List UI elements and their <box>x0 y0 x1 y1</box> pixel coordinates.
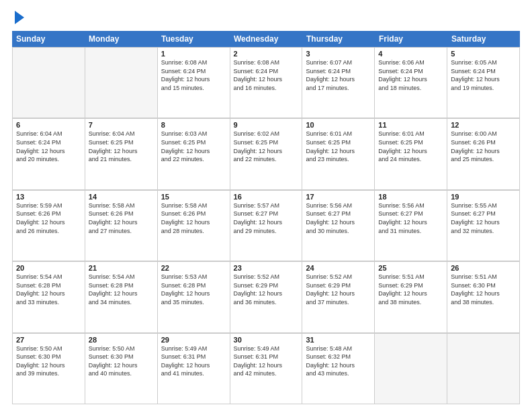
calendar-cell: 24Sunrise: 5:52 AM Sunset: 6:29 PM Dayli… <box>302 262 375 332</box>
day-info: Sunrise: 5:58 AM Sunset: 6:26 PM Dayligh… <box>161 201 226 235</box>
calendar-cell: 16Sunrise: 5:57 AM Sunset: 6:27 PM Dayli… <box>230 191 303 261</box>
day-number: 24 <box>306 264 371 272</box>
calendar-cell: 7Sunrise: 6:04 AM Sunset: 6:25 PM Daylig… <box>85 119 158 189</box>
calendar-cell: 8Sunrise: 6:03 AM Sunset: 6:25 PM Daylig… <box>158 119 230 189</box>
day-info: Sunrise: 5:59 AM Sunset: 6:26 PM Dayligh… <box>16 201 81 235</box>
calendar-cell <box>447 334 520 404</box>
calendar-cell: 31Sunrise: 5:48 AM Sunset: 6:32 PM Dayli… <box>302 334 375 404</box>
calendar-cell: 18Sunrise: 5:56 AM Sunset: 6:27 PM Dayli… <box>375 191 447 261</box>
day-number: 21 <box>89 264 154 272</box>
calendar-cell: 11Sunrise: 6:01 AM Sunset: 6:25 PM Dayli… <box>375 119 447 189</box>
calendar-cell: 22Sunrise: 5:53 AM Sunset: 6:28 PM Dayli… <box>158 262 230 332</box>
calendar: SundayMondayTuesdayWednesdayThursdayFrid… <box>12 31 520 404</box>
day-number: 15 <box>161 193 226 201</box>
day-info: Sunrise: 5:57 AM Sunset: 6:27 PM Dayligh… <box>234 201 299 235</box>
calendar-week: 1Sunrise: 6:08 AM Sunset: 6:24 PM Daylig… <box>12 47 520 118</box>
calendar-cell: 12Sunrise: 6:00 AM Sunset: 6:26 PM Dayli… <box>447 119 520 189</box>
day-info: Sunrise: 5:54 AM Sunset: 6:28 PM Dayligh… <box>89 273 154 306</box>
day-number: 19 <box>451 193 516 201</box>
day-number: 12 <box>451 121 516 129</box>
day-info: Sunrise: 5:52 AM Sunset: 6:29 PM Dayligh… <box>234 273 299 306</box>
calendar-cell: 28Sunrise: 5:50 AM Sunset: 6:30 PM Dayli… <box>85 334 158 404</box>
weekday-header: Wednesday <box>230 31 302 47</box>
day-info: Sunrise: 6:01 AM Sunset: 6:25 PM Dayligh… <box>306 130 371 163</box>
weekday-header: Thursday <box>302 31 375 47</box>
calendar-cell <box>85 48 158 118</box>
calendar-week: 6Sunrise: 6:04 AM Sunset: 6:24 PM Daylig… <box>12 118 520 189</box>
day-number: 7 <box>89 121 154 129</box>
calendar-cell: 20Sunrise: 5:54 AM Sunset: 6:28 PM Dayli… <box>13 262 85 332</box>
calendar-header: SundayMondayTuesdayWednesdayThursdayFrid… <box>12 31 520 47</box>
day-info: Sunrise: 5:56 AM Sunset: 6:27 PM Dayligh… <box>378 201 443 235</box>
calendar-cell: 27Sunrise: 5:50 AM Sunset: 6:30 PM Dayli… <box>13 334 85 404</box>
day-info: Sunrise: 5:52 AM Sunset: 6:29 PM Dayligh… <box>306 273 371 306</box>
day-info: Sunrise: 5:58 AM Sunset: 6:26 PM Dayligh… <box>89 201 154 235</box>
calendar-cell: 5Sunrise: 6:05 AM Sunset: 6:24 PM Daylig… <box>447 48 520 118</box>
calendar-cell: 9Sunrise: 6:02 AM Sunset: 6:25 PM Daylig… <box>230 119 303 189</box>
day-number: 18 <box>378 193 443 201</box>
day-info: Sunrise: 5:50 AM Sunset: 6:30 PM Dayligh… <box>89 345 154 378</box>
weekday-header: Friday <box>375 31 447 47</box>
day-info: Sunrise: 5:51 AM Sunset: 6:29 PM Dayligh… <box>378 273 443 306</box>
day-info: Sunrise: 6:08 AM Sunset: 6:24 PM Dayligh… <box>161 58 226 92</box>
weekday-header: Saturday <box>447 31 520 47</box>
day-info: Sunrise: 6:04 AM Sunset: 6:25 PM Dayligh… <box>89 130 154 163</box>
calendar-cell <box>13 48 85 118</box>
day-number: 20 <box>16 264 81 272</box>
day-info: Sunrise: 5:49 AM Sunset: 6:31 PM Dayligh… <box>234 345 299 378</box>
day-info: Sunrise: 5:55 AM Sunset: 6:27 PM Dayligh… <box>451 201 516 235</box>
day-number: 29 <box>161 336 226 344</box>
calendar-cell <box>375 334 447 404</box>
day-number: 28 <box>89 336 154 344</box>
day-info: Sunrise: 5:48 AM Sunset: 6:32 PM Dayligh… <box>306 345 371 378</box>
calendar-week: 20Sunrise: 5:54 AM Sunset: 6:28 PM Dayli… <box>12 261 520 332</box>
day-info: Sunrise: 6:02 AM Sunset: 6:25 PM Dayligh… <box>234 130 299 163</box>
calendar-week: 13Sunrise: 5:59 AM Sunset: 6:26 PM Dayli… <box>12 190 520 261</box>
calendar-cell: 6Sunrise: 6:04 AM Sunset: 6:24 PM Daylig… <box>13 119 85 189</box>
day-number: 23 <box>234 264 299 272</box>
day-info: Sunrise: 5:51 AM Sunset: 6:30 PM Dayligh… <box>451 273 516 306</box>
day-number: 17 <box>306 193 371 201</box>
logo-arrow-icon <box>15 11 24 24</box>
day-info: Sunrise: 6:04 AM Sunset: 6:24 PM Dayligh… <box>16 130 81 163</box>
day-number: 6 <box>16 121 81 129</box>
calendar-cell: 14Sunrise: 5:58 AM Sunset: 6:26 PM Dayli… <box>85 191 158 261</box>
day-info: Sunrise: 6:01 AM Sunset: 6:25 PM Dayligh… <box>378 130 443 163</box>
calendar-cell: 15Sunrise: 5:58 AM Sunset: 6:26 PM Dayli… <box>158 191 230 261</box>
calendar-cell: 29Sunrise: 5:49 AM Sunset: 6:31 PM Dayli… <box>158 334 230 404</box>
day-info: Sunrise: 6:08 AM Sunset: 6:24 PM Dayligh… <box>234 58 299 92</box>
day-number: 26 <box>451 264 516 272</box>
day-number: 4 <box>378 50 443 58</box>
calendar-cell: 4Sunrise: 6:06 AM Sunset: 6:24 PM Daylig… <box>375 48 447 118</box>
header <box>12 12 520 24</box>
weekday-header: Monday <box>85 31 157 47</box>
calendar-cell: 17Sunrise: 5:56 AM Sunset: 6:27 PM Dayli… <box>302 191 375 261</box>
day-info: Sunrise: 6:06 AM Sunset: 6:24 PM Dayligh… <box>378 58 443 92</box>
day-number: 16 <box>234 193 299 201</box>
day-info: Sunrise: 5:56 AM Sunset: 6:27 PM Dayligh… <box>306 201 371 235</box>
day-number: 8 <box>161 121 226 129</box>
day-number: 27 <box>16 336 81 344</box>
calendar-cell: 21Sunrise: 5:54 AM Sunset: 6:28 PM Dayli… <box>85 262 158 332</box>
day-number: 2 <box>234 50 299 58</box>
day-number: 1 <box>161 50 226 58</box>
day-number: 11 <box>378 121 443 129</box>
day-info: Sunrise: 6:00 AM Sunset: 6:26 PM Dayligh… <box>451 130 516 163</box>
day-number: 22 <box>161 264 226 272</box>
calendar-cell: 26Sunrise: 5:51 AM Sunset: 6:30 PM Dayli… <box>447 262 520 332</box>
calendar-cell: 25Sunrise: 5:51 AM Sunset: 6:29 PM Dayli… <box>375 262 447 332</box>
day-number: 10 <box>306 121 371 129</box>
day-number: 3 <box>306 50 371 58</box>
calendar-cell: 1Sunrise: 6:08 AM Sunset: 6:24 PM Daylig… <box>158 48 230 118</box>
day-info: Sunrise: 5:53 AM Sunset: 6:28 PM Dayligh… <box>161 273 226 306</box>
calendar-cell: 10Sunrise: 6:01 AM Sunset: 6:25 PM Dayli… <box>302 119 375 189</box>
calendar-body: 1Sunrise: 6:08 AM Sunset: 6:24 PM Daylig… <box>12 47 520 404</box>
day-info: Sunrise: 6:03 AM Sunset: 6:25 PM Dayligh… <box>161 130 226 163</box>
calendar-cell: 30Sunrise: 5:49 AM Sunset: 6:31 PM Dayli… <box>230 334 303 404</box>
day-info: Sunrise: 6:05 AM Sunset: 6:24 PM Dayligh… <box>451 58 516 92</box>
logo <box>12 12 24 24</box>
calendar-week: 27Sunrise: 5:50 AM Sunset: 6:30 PM Dayli… <box>12 333 520 404</box>
page: SundayMondayTuesdayWednesdayThursdayFrid… <box>0 0 532 411</box>
day-number: 13 <box>16 193 81 201</box>
calendar-cell: 2Sunrise: 6:08 AM Sunset: 6:24 PM Daylig… <box>230 48 303 118</box>
